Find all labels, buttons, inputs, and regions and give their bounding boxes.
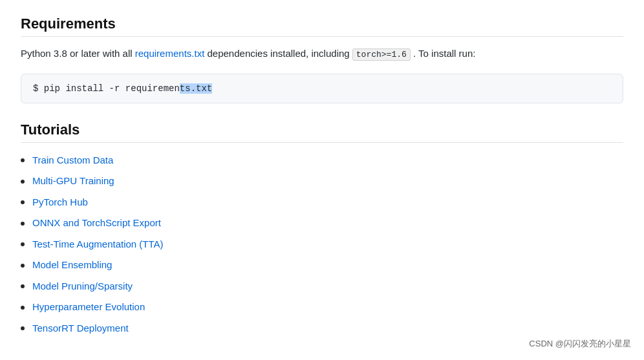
bullet-icon xyxy=(21,242,25,246)
bullet-icon xyxy=(21,158,25,162)
tutorial-link-1[interactable]: Multi-GPU Training xyxy=(32,174,114,189)
tutorial-link-5[interactable]: Model Ensembling xyxy=(32,258,112,273)
description-middle-text: dependencies installed, including xyxy=(207,48,352,59)
bullet-icon xyxy=(21,200,25,204)
requirements-section: Requirements Python 3.8 or later with al… xyxy=(21,16,623,103)
bullet-icon xyxy=(21,284,25,288)
tutorial-link-3[interactable]: ONNX and TorchScript Export xyxy=(32,216,161,231)
bullet-icon xyxy=(21,326,25,330)
tutorial-link-4[interactable]: Test-Time Augmentation (TTA) xyxy=(32,237,164,252)
bullet-icon xyxy=(21,180,25,184)
requirements-heading: Requirements xyxy=(21,16,623,37)
list-item: PyTorch Hub xyxy=(21,195,623,210)
list-item: Model Ensembling xyxy=(21,258,623,273)
list-item: ONNX and TorchScript Export xyxy=(21,216,623,231)
tutorials-list: Train Custom DataMulti-GPU TrainingPyTor… xyxy=(21,153,623,336)
requirements-txt-link[interactable]: requirements.txt xyxy=(135,48,205,59)
tutorial-link-7[interactable]: Hyperparameter Evolution xyxy=(32,300,145,315)
list-item: Hyperparameter Evolution xyxy=(21,300,623,315)
list-item: Multi-GPU Training xyxy=(21,174,623,189)
tutorial-link-8[interactable]: TensorRT Deployment xyxy=(32,321,129,336)
tutorial-link-2[interactable]: PyTorch Hub xyxy=(32,195,88,210)
code-highlight-text: ts.txt xyxy=(180,83,212,94)
tutorial-link-0[interactable]: Train Custom Data xyxy=(32,153,113,168)
torch-version-code: torch>=1.6 xyxy=(352,48,411,61)
bullet-icon xyxy=(21,222,25,226)
tutorial-link-6[interactable]: Model Pruning/Sparsity xyxy=(32,279,133,294)
description-suffix-text: . To install run: xyxy=(413,48,475,59)
list-item: Train Custom Data xyxy=(21,153,623,168)
footer-credit: CSDN @闪闪发亮的小星星 xyxy=(529,338,631,350)
list-item: Test-Time Augmentation (TTA) xyxy=(21,237,623,252)
bullet-icon xyxy=(21,306,25,310)
pip-install-command: $ pip install -r requirements.txt xyxy=(21,74,623,103)
requirements-description: Python 3.8 or later with all requirement… xyxy=(21,46,623,62)
tutorials-section: Tutorials Train Custom DataMulti-GPU Tra… xyxy=(21,122,623,336)
list-item: Model Pruning/Sparsity xyxy=(21,279,623,294)
bullet-icon xyxy=(21,264,25,268)
code-prefix-text: $ pip install -r requiremen xyxy=(33,83,180,94)
tutorials-heading: Tutorials xyxy=(21,122,623,143)
list-item: TensorRT Deployment xyxy=(21,321,623,336)
description-prefix-text: Python 3.8 or later with all xyxy=(21,48,135,59)
